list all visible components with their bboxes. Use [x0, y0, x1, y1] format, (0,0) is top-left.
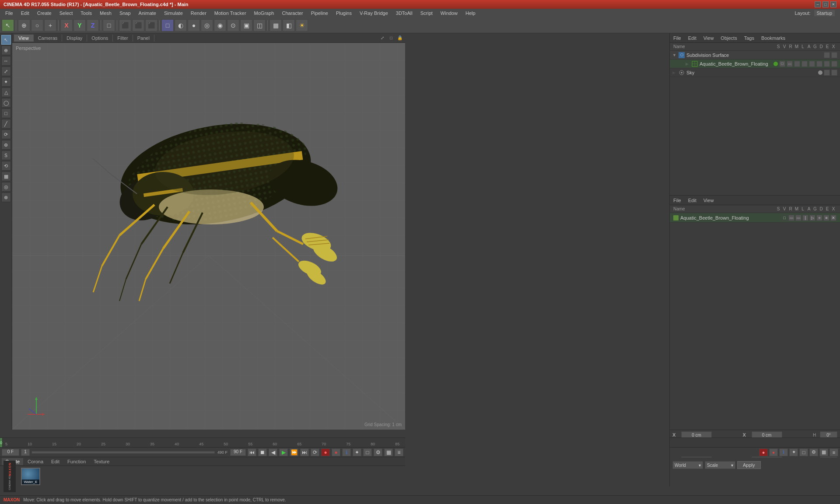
beetle-btn-1[interactable]: □: [779, 61, 785, 67]
obj-menu-file[interactable]: File: [672, 35, 683, 41]
menu-3dtoall[interactable]: 3DToAll: [392, 10, 416, 17]
attr-menu-view[interactable]: View: [702, 198, 716, 203]
toolbar-z-btn[interactable]: Z: [87, 19, 99, 32]
timeline-ruler[interactable]: 5 10 15 20 25 30 35 40 45 50 55 60 65 70…: [3, 438, 405, 447]
menu-snap[interactable]: Snap: [116, 10, 134, 17]
toolbar-object-btn[interactable]: □: [103, 19, 115, 32]
close-button[interactable]: ✕: [830, 1, 836, 7]
transport-end-frame[interactable]: 90 F: [230, 449, 246, 456]
transport-play-back-btn[interactable]: ◀: [269, 448, 277, 456]
menu-create[interactable]: Create: [34, 10, 55, 17]
menu-select[interactable]: Select: [56, 10, 77, 17]
obj-menu-view[interactable]: View: [702, 35, 716, 41]
tool-s[interactable]: S: [1, 150, 11, 160]
menu-pipeline[interactable]: Pipeline: [308, 10, 332, 17]
beetle-btn-3[interactable]: [794, 61, 800, 67]
menu-plugins[interactable]: Plugins: [332, 10, 355, 17]
material-swatch-water[interactable]: Water_E: [21, 468, 40, 485]
attr-menu-edit[interactable]: Edit: [686, 198, 698, 203]
toolbar-edge-btn[interactable]: ◐: [175, 19, 187, 32]
transport-slider[interactable]: [32, 451, 215, 454]
coord-world-dropdown[interactable]: World ▾: [672, 461, 703, 469]
toolbar-render-btn[interactable]: ⬛: [132, 19, 144, 32]
beetle-btn-8[interactable]: [831, 61, 837, 67]
tool-rotate[interactable]: ⤢: [1, 66, 11, 76]
sky-btn-1[interactable]: [824, 70, 830, 76]
pb-record-btn[interactable]: ●: [759, 448, 768, 456]
menu-window[interactable]: Window: [437, 10, 461, 17]
toolbar-x-btn[interactable]: X: [60, 19, 73, 32]
tool-select[interactable]: ↖: [1, 35, 11, 45]
beetle-btn-2[interactable]: —: [787, 61, 793, 67]
menu-render[interactable]: Render: [187, 10, 210, 17]
beetle-expand-icon[interactable]: ▶: [686, 62, 690, 66]
coord-scale-dropdown[interactable]: Scale ▾: [705, 461, 735, 469]
beetle-btn-6[interactable]: [816, 61, 822, 67]
tool-paint[interactable]: ⊛: [1, 140, 11, 150]
vp-expand-icon[interactable]: ⤢: [379, 35, 386, 42]
transport-cog-btn[interactable]: ⚙: [374, 448, 382, 456]
toolbar-move-btn[interactable]: ⊕: [18, 19, 30, 32]
menu-simulate[interactable]: Simulate: [161, 10, 186, 17]
menu-tools[interactable]: Tools: [77, 10, 95, 17]
tool-create-cube[interactable]: □: [1, 108, 11, 118]
obj-menu-edit[interactable]: Edit: [686, 35, 698, 41]
toolbar-paint-btn[interactable]: ⊙: [227, 19, 239, 32]
transport-to-start-btn[interactable]: ⏮: [248, 448, 256, 456]
attr-beetle-btn-7[interactable]: ≡: [823, 215, 830, 221]
transport-to-end-btn[interactable]: ⏭: [300, 448, 309, 456]
tab-filter[interactable]: Filter: [113, 35, 133, 42]
obj-menu-tags[interactable]: Tags: [742, 35, 756, 41]
mat-tab-corona[interactable]: Corona: [24, 458, 47, 465]
attr-menu-file[interactable]: File: [672, 198, 683, 203]
toolbar-render-preview-btn[interactable]: ⬛: [119, 19, 131, 32]
transport-loop-btn[interactable]: ⟳: [311, 448, 319, 456]
transport-current-frame[interactable]: 0 F: [2, 449, 19, 456]
toolbar-y-btn[interactable]: Y: [74, 19, 86, 32]
tab-view[interactable]: View: [14, 35, 34, 42]
transport-cube-btn[interactable]: □: [363, 448, 372, 456]
tool-move[interactable]: ⊕: [1, 46, 11, 55]
subdiv-render-btn[interactable]: [831, 52, 837, 58]
sky-visible-dot[interactable]: [818, 70, 822, 75]
transport-play-btn[interactable]: ▶: [279, 448, 288, 456]
toolbar-uv-btn[interactable]: ◉: [214, 19, 226, 32]
attr-beetle-btn-1[interactable]: □: [781, 215, 788, 221]
tool-magnet[interactable]: ⟲: [1, 161, 11, 171]
transport-fps[interactable]: 1: [21, 449, 30, 456]
layout-value[interactable]: Startup: [814, 10, 835, 16]
beetle-btn-4[interactable]: [802, 61, 808, 67]
tab-cameras[interactable]: Cameras: [34, 35, 63, 42]
menu-file[interactable]: File: [2, 10, 17, 17]
mat-tab-function[interactable]: Function: [64, 458, 89, 465]
obj-item-sky[interactable]: ▶ Sky: [670, 68, 840, 77]
transport-keyframe-btn[interactable]: ●: [332, 448, 340, 456]
attr-item-beetle[interactable]: Aquatic_Beetle_Brown_Floating □ — — | ▷ …: [670, 213, 840, 223]
tool-weight[interactable]: ⊗: [1, 192, 11, 202]
pb-keyframe-btn[interactable]: ●: [769, 448, 778, 456]
pb-list-btn[interactable]: ≡: [830, 448, 838, 456]
menu-script[interactable]: Script: [417, 10, 436, 17]
menu-motion-tracker[interactable]: Motion Tracker: [211, 10, 250, 17]
transport-list-btn[interactable]: ≡: [395, 448, 403, 456]
toolbar-motion-btn[interactable]: ◫: [253, 19, 266, 32]
beetle-btn-5[interactable]: [809, 61, 815, 67]
vp-lock-icon[interactable]: 🔒: [396, 35, 403, 42]
transport-stop-btn[interactable]: ⏹: [258, 448, 267, 456]
tool-texture[interactable]: ▦: [1, 172, 11, 181]
toolbar-sculpt-btn[interactable]: ◎: [201, 19, 213, 32]
toolbar-select-btn[interactable]: ↖: [2, 19, 14, 32]
toolbar-render-to-po-btn[interactable]: ⬛: [145, 19, 158, 32]
pb-cube-btn[interactable]: □: [799, 448, 808, 456]
transport-grid-btn[interactable]: ▦: [384, 448, 393, 456]
tool-sculpt2[interactable]: ◎: [1, 182, 11, 192]
tool-line[interactable]: ╱: [1, 119, 11, 129]
attr-beetle-btn-3[interactable]: —: [795, 215, 802, 221]
maximize-button[interactable]: □: [822, 1, 829, 7]
tool-transform[interactable]: ✦: [1, 77, 11, 87]
toolbar-scale-btn[interactable]: +: [44, 19, 56, 32]
pb-grid-btn[interactable]: ▦: [819, 448, 828, 456]
toolbar-hair-btn[interactable]: ▣: [240, 19, 252, 32]
menu-vray[interactable]: V-Ray Bridge: [356, 10, 392, 17]
obj-menu-objects[interactable]: Objects: [719, 35, 738, 41]
